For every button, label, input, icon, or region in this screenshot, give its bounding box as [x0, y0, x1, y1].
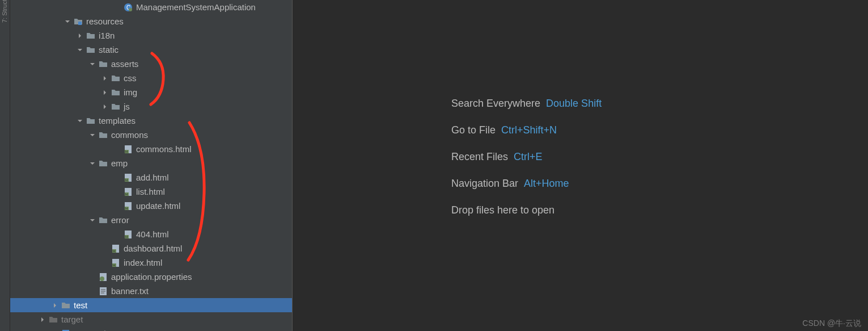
tree-label: js — [124, 102, 130, 111]
tree-label: templates — [99, 116, 136, 125]
hint-text: Search Everywhere — [451, 98, 540, 109]
tree-row-emp[interactable]: emp — [10, 156, 292, 170]
chevron-down-icon[interactable] — [88, 60, 96, 68]
html-icon: H — [124, 202, 133, 211]
hint-row: Go to FileCtrl+Shift+N — [451, 124, 602, 136]
tree-label: list.html — [136, 187, 165, 196]
tree-label: error — [111, 215, 129, 225]
folder-icon — [86, 31, 95, 40]
chevron-right-icon[interactable] — [39, 316, 46, 324]
tree-row-list-html[interactable]: Hlist.html — [10, 185, 292, 199]
hint-text: Navigation Bar — [451, 178, 518, 189]
tree-row-commons-html[interactable]: Hcommons.html — [10, 142, 292, 156]
folder-icon — [99, 131, 108, 140]
folder-icon — [99, 60, 108, 69]
tree-row-test[interactable]: test — [10, 298, 292, 312]
tree-row-pom-xml[interactable]: mpom.xml — [10, 326, 292, 331]
tree-row-banner-txt[interactable]: banner.txt — [10, 284, 292, 298]
svg-point-2 — [129, 8, 132, 11]
hint-shortcut: Double Shift — [546, 98, 602, 109]
hint-text: Drop files here to open — [451, 204, 554, 216]
chevron-right-icon[interactable] — [76, 32, 84, 40]
props-icon — [99, 273, 108, 282]
tree-label: test — [74, 300, 87, 310]
tree-label: static — [99, 45, 118, 55]
chevron-right-icon[interactable] — [101, 103, 109, 111]
txt-icon — [99, 287, 108, 296]
tree-row-resources[interactable]: resources — [10, 14, 292, 28]
project-tree[interactable]: CManagementSystemApplicationresourcesi18… — [10, 0, 292, 331]
tree-row-error[interactable]: error — [10, 213, 292, 227]
tree-row-index-html[interactable]: Hindex.html — [10, 255, 292, 270]
tree-row-asserts[interactable]: asserts — [10, 57, 292, 71]
arrow-spacer — [101, 245, 109, 253]
chevron-down-icon[interactable] — [76, 117, 84, 125]
chevron-down-icon[interactable] — [88, 131, 96, 139]
chevron-right-icon[interactable] — [101, 74, 109, 82]
hint-row: Search EverywhereDouble Shift — [451, 98, 602, 110]
tree-label: ManagementSystemApplication — [136, 2, 256, 12]
chevron-down-icon[interactable] — [63, 18, 71, 26]
folder-icon — [99, 216, 108, 225]
tree-label: dashboard.html — [124, 244, 182, 253]
hint-text: Recent Files — [451, 151, 508, 162]
tree-row-static[interactable]: static — [10, 43, 292, 57]
tree-row-managementsystemapplication[interactable]: CManagementSystemApplication — [10, 0, 292, 14]
tree-label: css — [124, 73, 137, 83]
html-icon: H — [124, 173, 133, 182]
tree-row-commons[interactable]: commons — [10, 128, 292, 142]
project-tree-panel: CManagementSystemApplicationresourcesi18… — [10, 0, 293, 331]
editor-hints: Search EverywhereDouble ShiftGo to FileC… — [451, 98, 602, 216]
svg-text:H: H — [125, 178, 128, 182]
tree-label: asserts — [111, 59, 138, 69]
chevron-down-icon[interactable] — [76, 46, 84, 54]
chevron-down-icon[interactable] — [88, 216, 96, 224]
tree-label: update.html — [136, 201, 180, 211]
class-icon: C — [124, 3, 133, 12]
watermark-text: CSDN @牛·云说 — [802, 319, 861, 329]
tree-row-404-html[interactable]: H404.html — [10, 227, 292, 241]
tree-label: i18n — [99, 31, 115, 40]
arrow-spacer — [88, 287, 96, 295]
html-icon: H — [124, 230, 133, 239]
tree-label: banner.txt — [111, 286, 149, 296]
tree-label: pom.xml — [74, 329, 106, 331]
tree-row-css[interactable]: css — [10, 71, 292, 85]
folder-icon — [111, 88, 120, 97]
tree-label: commons.html — [136, 144, 192, 154]
hint-row: Drop files here to open — [451, 204, 602, 216]
tree-row-img[interactable]: img — [10, 85, 292, 99]
tree-label: emp — [111, 158, 128, 168]
tree-row-add-html[interactable]: Hadd.html — [10, 170, 292, 185]
tree-row-target[interactable]: target — [10, 312, 292, 326]
maven-icon: m — [61, 329, 70, 332]
tree-row-js[interactable]: js — [10, 99, 292, 114]
tool-window-bar[interactable]: 7: Structure — [0, 0, 10, 331]
tree-row-application-properties[interactable]: application.properties — [10, 270, 292, 284]
hint-row: Navigation BarAlt+Home — [451, 178, 602, 190]
tree-row-i18n[interactable]: i18n — [10, 28, 292, 43]
tree-label: application.properties — [111, 272, 192, 282]
chevron-down-icon[interactable] — [88, 160, 96, 167]
chevron-right-icon[interactable] — [101, 89, 109, 97]
html-icon: H — [124, 145, 133, 154]
folder-icon — [61, 301, 70, 310]
folder-dim-icon — [49, 315, 58, 324]
tree-row-dashboard-html[interactable]: Hdashboard.html — [10, 241, 292, 255]
editor-empty-area[interactable]: Search EverywhereDouble ShiftGo to FileC… — [293, 0, 868, 331]
chevron-right-icon[interactable] — [51, 301, 59, 309]
hint-shortcut: Ctrl+Shift+N — [501, 124, 557, 136]
hint-text: Go to File — [451, 124, 496, 136]
folder-icon — [86, 45, 95, 55]
tree-label: target — [61, 315, 83, 324]
folder-icon — [111, 74, 120, 83]
res-folder-icon — [74, 17, 83, 26]
tree-row-update-html[interactable]: Hupdate.html — [10, 199, 292, 213]
tree-label: index.html — [124, 258, 162, 267]
structure-tool-label[interactable]: 7: Structure — [1, 0, 8, 23]
arrow-spacer — [88, 273, 96, 281]
tree-row-templates[interactable]: templates — [10, 114, 292, 128]
svg-rect-3 — [78, 22, 82, 25]
html-icon: H — [111, 258, 120, 267]
arrow-spacer — [113, 231, 121, 238]
